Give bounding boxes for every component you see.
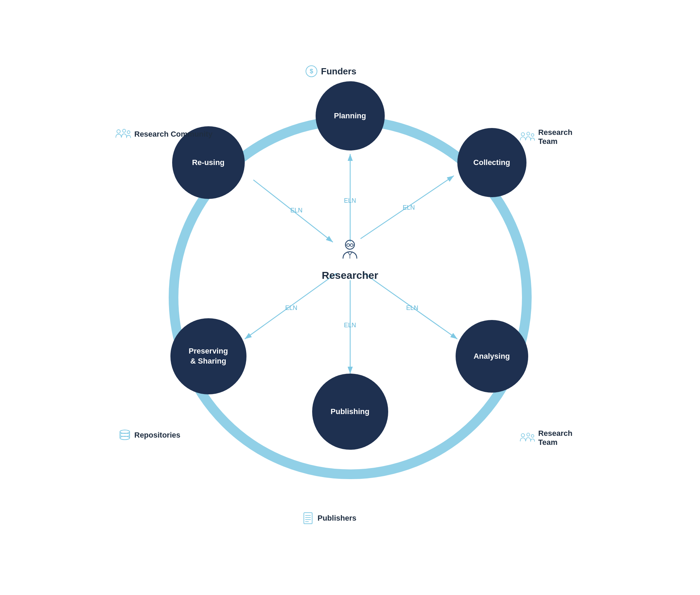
researcher-center: Researcher <box>322 238 378 281</box>
node-collecting: Collecting <box>457 128 526 197</box>
researcher-label: Researcher <box>322 269 378 281</box>
svg-point-29 <box>526 433 530 436</box>
node-preserving: Preserving& Sharing <box>170 318 246 394</box>
researcher-icon <box>338 238 362 267</box>
funders-actor: $ Funders <box>305 65 357 77</box>
eln-bottom: ELN <box>344 322 356 329</box>
svg-point-30 <box>531 434 534 437</box>
svg-point-20 <box>521 132 524 136</box>
eln-bottom-left: ELN <box>285 304 297 312</box>
svg-point-18 <box>122 129 125 132</box>
publishers-actor: Publishers <box>302 512 356 524</box>
node-analysing: Analysing <box>456 320 528 393</box>
funders-icon: $ <box>305 65 318 77</box>
svg-point-19 <box>127 131 130 134</box>
research-community-icon <box>115 128 131 140</box>
repositories-icon <box>119 429 131 441</box>
research-community-actor: Research Community <box>115 128 213 140</box>
eln-right: ELN <box>406 304 418 312</box>
eln-top: ELN <box>344 197 356 204</box>
research-team-bottom-icon <box>520 432 535 444</box>
svg-rect-31 <box>304 513 312 524</box>
eln-left: ELN <box>290 207 302 214</box>
svg-point-21 <box>526 132 530 135</box>
node-publishing: Publishing <box>312 374 388 450</box>
svg-point-22 <box>531 134 534 136</box>
svg-point-9 <box>347 244 349 247</box>
eln-top-right: ELN <box>403 204 415 211</box>
node-planning: Planning <box>316 81 385 150</box>
svg-text:$: $ <box>309 68 313 75</box>
svg-point-10 <box>350 244 353 247</box>
svg-point-17 <box>117 130 120 133</box>
publishers-icon <box>302 512 314 524</box>
repositories-actor: Repositories <box>119 429 180 441</box>
svg-point-28 <box>521 433 524 437</box>
research-team-top-actor: Research Team <box>520 128 592 146</box>
diagram-container: ELN ELN ELN ELN ELN ELN Planning Collect… <box>108 55 592 540</box>
research-team-top-icon <box>520 131 535 143</box>
research-team-bottom-actor: Research Team <box>520 429 592 447</box>
